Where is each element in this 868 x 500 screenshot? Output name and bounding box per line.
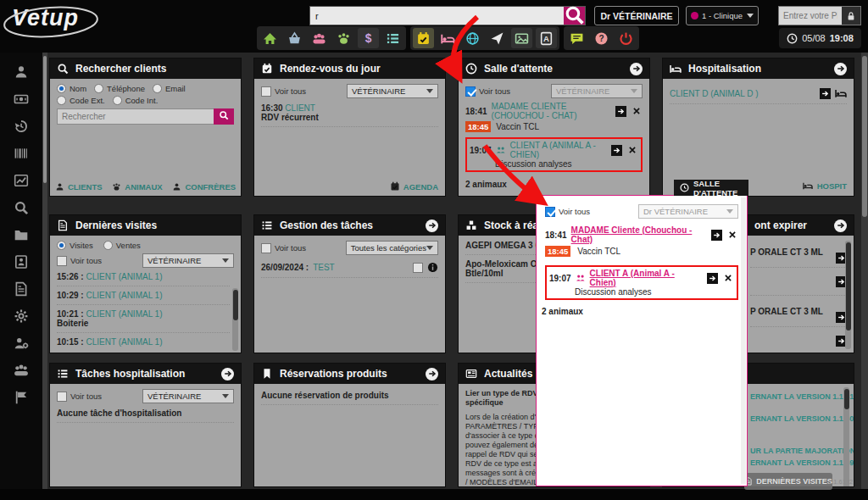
- task-list-icon[interactable]: [382, 28, 403, 48]
- global-search-input[interactable]: [310, 7, 564, 25]
- sidebar-user-settings-icon[interactable]: [14, 336, 29, 351]
- radio-dot[interactable]: [57, 96, 66, 105]
- panel-expand-button[interactable]: [426, 368, 438, 381]
- version-link[interactable]: ERNANT LA VERSION 1.1.59: [750, 458, 847, 467]
- version-link[interactable]: UR LA PARTIE MAJORATION: [750, 447, 847, 455]
- radio-nom[interactable]: Nom: [57, 84, 86, 93]
- entry-client-link[interactable]: CLIENT: [285, 103, 315, 113]
- images-icon[interactable]: [511, 28, 532, 48]
- vet-dropdown[interactable]: VÉTÉRINAIRE: [142, 253, 234, 268]
- agenda-link[interactable]: AGENDA: [403, 182, 438, 192]
- entry-client-link[interactable]: CLIENT (ANIMAL 1): [86, 291, 162, 300]
- entry-close-button[interactable]: [726, 229, 738, 241]
- global-search-button[interactable]: [564, 7, 585, 25]
- entry-client-link[interactable]: CLIENT A (Animal A - Chien): [590, 269, 698, 287]
- hospit-link[interactable]: HOSPIT: [817, 181, 847, 191]
- pin-lock-button[interactable]: [842, 7, 860, 25]
- content-scrollbar-thumb-left[interactable]: [43, 56, 47, 183]
- radio-code-ext[interactable]: Code Ext.: [57, 96, 105, 105]
- popup-scrollbar-track[interactable]: [741, 197, 746, 484]
- radio-dot[interactable]: [57, 84, 66, 93]
- task-done-checkbox[interactable]: [413, 263, 423, 273]
- vet-dropdown[interactable]: VÉTÉRINAIRE: [142, 389, 234, 403]
- dernieres-visites-button[interactable]: DERNIÈRES VISITES: [744, 473, 832, 490]
- panel-expand-button[interactable]: [834, 219, 847, 232]
- list-scrollbar-thumb[interactable]: [844, 389, 849, 409]
- radio-dot[interactable]: [153, 84, 162, 93]
- panel-expand-button[interactable]: [834, 63, 847, 75]
- sidebar-document-icon[interactable]: [14, 281, 29, 297]
- category-dropdown[interactable]: Toutes les catégories: [346, 241, 438, 255]
- vet-dropdown-disabled[interactable]: VÉTÉRINAIRE: [551, 84, 643, 98]
- checkbox[interactable]: [57, 256, 67, 266]
- logout-power-icon[interactable]: [615, 28, 637, 48]
- documents-icon[interactable]: A: [536, 28, 557, 48]
- sidebar-barcode-icon[interactable]: [14, 146, 29, 161]
- sidebar-team-icon[interactable]: [14, 363, 29, 378]
- sidebar-search-icon[interactable]: [14, 200, 29, 215]
- link-animaux[interactable]: ANIMAUX: [112, 182, 162, 192]
- animals-paw-icon[interactable]: [333, 28, 354, 48]
- send-icon[interactable]: [487, 28, 508, 48]
- voir-tous-checkbox[interactable]: Voir tous: [465, 86, 510, 97]
- sidebar-flag-icon[interactable]: [14, 390, 29, 405]
- radio-dot[interactable]: [103, 241, 113, 250]
- bed-icon[interactable]: [835, 87, 847, 99]
- voir-tous-checkbox[interactable]: Voir tous: [57, 392, 102, 402]
- list-scrollbar-thumb[interactable]: [233, 290, 238, 320]
- entry-client-link[interactable]: CLIENT D (ANIMAL D ): [670, 89, 758, 98]
- clinic-selector[interactable]: 1 - Clinique Vétér..: [686, 6, 759, 25]
- checkbox[interactable]: [261, 243, 271, 253]
- confreres-link-label[interactable]: CONFRÈRES: [185, 182, 236, 192]
- sidebar-settings-icon[interactable]: [14, 308, 29, 324]
- checkbox[interactable]: [57, 392, 67, 402]
- sidebar-client-icon[interactable]: [14, 64, 29, 80]
- checkbox-checked[interactable]: [545, 207, 555, 217]
- checkbox[interactable]: [261, 86, 271, 97]
- sidebar-history-icon[interactable]: [14, 119, 29, 134]
- sidebar-stats-icon[interactable]: [14, 173, 29, 188]
- panel-expand-button[interactable]: [426, 219, 438, 232]
- sidebar-contacts-icon[interactable]: [14, 254, 29, 269]
- vet-dropdown[interactable]: VÉTÉRINAIRE: [347, 84, 438, 98]
- radio-code-int[interactable]: Code Int.: [113, 96, 159, 105]
- animaux-link-label[interactable]: ANIMAUX: [125, 182, 162, 192]
- entry-client-link[interactable]: MADAME CLIENTE (CHOUCHOU - CHAT): [492, 102, 607, 120]
- home-icon[interactable]: [259, 28, 281, 48]
- sidebar-folder-icon[interactable]: [14, 227, 29, 242]
- radio-telephone[interactable]: Téléphone: [94, 84, 145, 93]
- panel-expand-button[interactable]: [630, 63, 643, 75]
- link-confreres[interactable]: CONFRÈRES: [172, 182, 236, 192]
- messages-icon[interactable]: [566, 28, 587, 48]
- clients-link-label[interactable]: CLIENTS: [68, 182, 103, 192]
- web-globe-icon[interactable]: [462, 28, 483, 48]
- info-icon[interactable]: [427, 262, 438, 273]
- basket-icon[interactable]: [284, 28, 305, 48]
- entry-client-link[interactable]: CLIENT A (ANIMAL A - CHIEN): [510, 141, 603, 159]
- help-icon[interactable]: ?: [591, 28, 612, 48]
- voir-tous-checkbox[interactable]: Voir tous: [57, 256, 102, 266]
- doctor-button[interactable]: Dr VÉTÉRINAIRE: [594, 6, 679, 25]
- entry-open-button[interactable]: [711, 230, 722, 241]
- radio-dot[interactable]: [57, 241, 66, 250]
- voir-tous-checkbox[interactable]: Voir tous: [261, 243, 306, 253]
- voir-tous-checkbox[interactable]: Voir tous: [261, 86, 306, 97]
- link-clients[interactable]: CLIENTS: [55, 182, 103, 192]
- voir-tous-checkbox[interactable]: Voir tous: [545, 207, 590, 217]
- sidebar-payments-icon[interactable]: [14, 92, 29, 107]
- radio-dot[interactable]: [94, 84, 103, 93]
- client-search-button[interactable]: [214, 108, 234, 125]
- entry-open-button[interactable]: [820, 88, 831, 99]
- client-search-input[interactable]: [57, 108, 214, 125]
- radio-email[interactable]: Email: [153, 84, 186, 93]
- radio-dot[interactable]: [113, 96, 122, 105]
- entry-open-button[interactable]: [615, 106, 626, 117]
- checkbox-checked[interactable]: [465, 86, 476, 97]
- entry-client-link[interactable]: CLIENT (ANIMAL 1): [86, 337, 162, 347]
- radio-visites[interactable]: Visites: [57, 241, 93, 250]
- entry-open-button[interactable]: [707, 273, 718, 284]
- radio-ventes[interactable]: Ventes: [103, 241, 141, 250]
- popup-salle-attente-tab[interactable]: SALLE D'ATTENTE: [674, 180, 748, 196]
- agenda-calendar-icon[interactable]: [413, 28, 434, 48]
- version-link[interactable]: ERNANT LA VERSION 1.1.60: [750, 414, 847, 423]
